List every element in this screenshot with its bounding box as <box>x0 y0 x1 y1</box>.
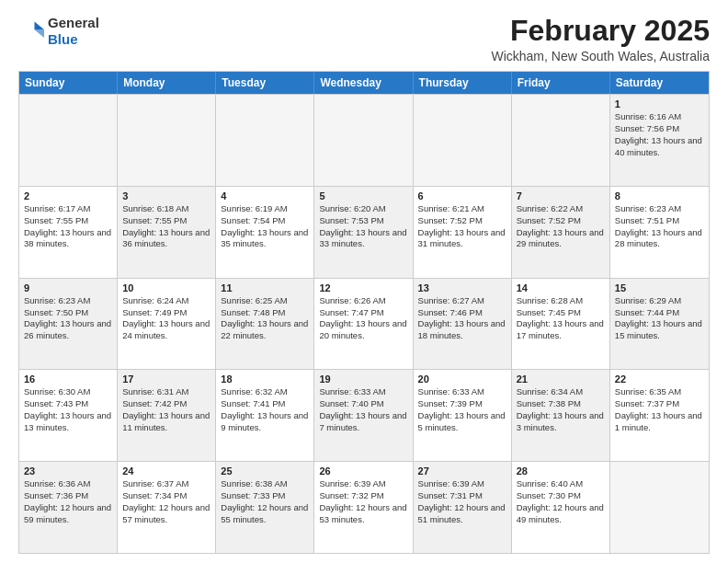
cell-info: Sunrise: 6:23 AM Sunset: 7:51 PM Dayligh… <box>615 203 704 250</box>
cell-info: Sunrise: 6:32 AM Sunset: 7:41 PM Dayligh… <box>221 386 309 433</box>
calendar-cell <box>118 95 216 186</box>
cell-info: Sunrise: 6:31 AM Sunset: 7:42 PM Dayligh… <box>122 386 210 433</box>
calendar-cell: 17Sunrise: 6:31 AM Sunset: 7:42 PM Dayli… <box>118 370 216 461</box>
calendar: SundayMondayTuesdayWednesdayThursdayFrid… <box>18 71 710 554</box>
day-number: 5 <box>319 190 407 201</box>
cell-info: Sunrise: 6:35 AM Sunset: 7:37 PM Dayligh… <box>615 386 704 433</box>
day-number: 23 <box>24 465 112 477</box>
cell-info: Sunrise: 6:37 AM Sunset: 7:34 PM Dayligh… <box>122 478 210 525</box>
logo-blue: Blue <box>48 31 99 48</box>
calendar-cell: 14Sunrise: 6:28 AM Sunset: 7:45 PM Dayli… <box>512 279 610 370</box>
calendar-row: 1Sunrise: 6:16 AM Sunset: 7:56 PM Daylig… <box>19 94 709 186</box>
cell-info: Sunrise: 6:34 AM Sunset: 7:38 PM Dayligh… <box>517 386 605 433</box>
weekday-header: Tuesday <box>216 72 314 94</box>
day-number: 9 <box>24 282 112 293</box>
calendar-row: 2Sunrise: 6:17 AM Sunset: 7:55 PM Daylig… <box>19 186 709 278</box>
calendar-cell <box>414 95 512 186</box>
location: Wickham, New South Wales, Australia <box>491 49 710 63</box>
day-number: 6 <box>418 190 506 201</box>
logo-text: General Blue <box>48 15 99 48</box>
cell-info: Sunrise: 6:38 AM Sunset: 7:33 PM Dayligh… <box>221 478 309 525</box>
calendar-cell: 5Sunrise: 6:20 AM Sunset: 7:53 PM Daylig… <box>314 187 413 278</box>
day-number: 7 <box>517 190 605 201</box>
calendar-row: 23Sunrise: 6:36 AM Sunset: 7:36 PM Dayli… <box>19 461 709 553</box>
day-number: 8 <box>615 190 704 201</box>
svg-marker-1 <box>35 29 45 38</box>
day-number: 13 <box>418 282 506 293</box>
cell-info: Sunrise: 6:25 AM Sunset: 7:48 PM Dayligh… <box>221 295 309 342</box>
day-number: 4 <box>221 190 309 201</box>
day-number: 12 <box>319 282 407 293</box>
day-number: 19 <box>319 373 407 385</box>
cell-info: Sunrise: 6:36 AM Sunset: 7:36 PM Dayligh… <box>24 478 112 525</box>
cell-info: Sunrise: 6:26 AM Sunset: 7:47 PM Dayligh… <box>319 295 407 342</box>
calendar-cell: 15Sunrise: 6:29 AM Sunset: 7:44 PM Dayli… <box>610 279 709 370</box>
calendar-cell: 7Sunrise: 6:22 AM Sunset: 7:52 PM Daylig… <box>512 187 610 278</box>
calendar-cell: 8Sunrise: 6:23 AM Sunset: 7:51 PM Daylig… <box>610 187 709 278</box>
cell-info: Sunrise: 6:20 AM Sunset: 7:53 PM Dayligh… <box>319 203 407 250</box>
page: General Blue February 2025 Wickham, New … <box>0 0 728 563</box>
day-number: 2 <box>24 190 112 201</box>
calendar-row: 9Sunrise: 6:23 AM Sunset: 7:50 PM Daylig… <box>19 278 709 370</box>
day-number: 24 <box>122 465 210 477</box>
calendar-cell: 16Sunrise: 6:30 AM Sunset: 7:43 PM Dayli… <box>19 370 118 461</box>
weekday-header: Friday <box>512 72 610 94</box>
calendar-cell: 28Sunrise: 6:40 AM Sunset: 7:30 PM Dayli… <box>512 462 610 553</box>
cell-info: Sunrise: 6:29 AM Sunset: 7:44 PM Dayligh… <box>615 295 704 342</box>
day-number: 14 <box>517 282 605 293</box>
cell-info: Sunrise: 6:22 AM Sunset: 7:52 PM Dayligh… <box>517 203 605 250</box>
cell-info: Sunrise: 6:39 AM Sunset: 7:31 PM Dayligh… <box>418 478 506 525</box>
cell-info: Sunrise: 6:24 AM Sunset: 7:49 PM Dayligh… <box>122 295 210 342</box>
cell-info: Sunrise: 6:28 AM Sunset: 7:45 PM Dayligh… <box>517 295 605 342</box>
calendar-cell <box>512 95 610 186</box>
cell-info: Sunrise: 6:19 AM Sunset: 7:54 PM Dayligh… <box>221 203 309 250</box>
day-number: 21 <box>517 373 605 385</box>
day-number: 26 <box>319 465 407 477</box>
calendar-cell: 10Sunrise: 6:24 AM Sunset: 7:49 PM Dayli… <box>118 279 216 370</box>
cell-info: Sunrise: 6:18 AM Sunset: 7:55 PM Dayligh… <box>122 203 210 250</box>
logo-general: General <box>48 15 99 31</box>
day-number: 15 <box>615 282 704 293</box>
day-number: 17 <box>122 373 210 385</box>
calendar-cell: 3Sunrise: 6:18 AM Sunset: 7:55 PM Daylig… <box>118 187 216 278</box>
calendar-cell: 27Sunrise: 6:39 AM Sunset: 7:31 PM Dayli… <box>414 462 512 553</box>
title-block: February 2025 Wickham, New South Wales, … <box>491 15 710 63</box>
day-number: 18 <box>221 373 309 385</box>
day-number: 27 <box>418 465 506 477</box>
cell-info: Sunrise: 6:23 AM Sunset: 7:50 PM Dayligh… <box>24 295 112 342</box>
day-number: 11 <box>221 282 309 293</box>
day-number: 20 <box>418 373 506 385</box>
calendar-cell: 11Sunrise: 6:25 AM Sunset: 7:48 PM Dayli… <box>216 279 314 370</box>
calendar-cell: 22Sunrise: 6:35 AM Sunset: 7:37 PM Dayli… <box>610 370 709 461</box>
weekday-header: Wednesday <box>314 72 413 94</box>
cell-info: Sunrise: 6:17 AM Sunset: 7:55 PM Dayligh… <box>24 203 112 250</box>
calendar-cell: 4Sunrise: 6:19 AM Sunset: 7:54 PM Daylig… <box>216 187 314 278</box>
cell-info: Sunrise: 6:33 AM Sunset: 7:40 PM Dayligh… <box>319 386 407 433</box>
month-title: February 2025 <box>491 15 710 47</box>
logo-icon <box>18 18 44 44</box>
calendar-cell: 23Sunrise: 6:36 AM Sunset: 7:36 PM Dayli… <box>19 462 118 553</box>
calendar-cell: 25Sunrise: 6:38 AM Sunset: 7:33 PM Dayli… <box>216 462 314 553</box>
cell-info: Sunrise: 6:33 AM Sunset: 7:39 PM Dayligh… <box>418 386 506 433</box>
day-number: 25 <box>221 465 309 477</box>
calendar-cell <box>19 95 118 186</box>
cell-info: Sunrise: 6:21 AM Sunset: 7:52 PM Dayligh… <box>418 203 506 250</box>
calendar-cell: 20Sunrise: 6:33 AM Sunset: 7:39 PM Dayli… <box>414 370 512 461</box>
calendar-cell: 1Sunrise: 6:16 AM Sunset: 7:56 PM Daylig… <box>610 95 709 186</box>
cell-info: Sunrise: 6:40 AM Sunset: 7:30 PM Dayligh… <box>517 478 605 525</box>
calendar-cell <box>314 95 413 186</box>
calendar-cell: 24Sunrise: 6:37 AM Sunset: 7:34 PM Dayli… <box>118 462 216 553</box>
day-number: 3 <box>122 190 210 201</box>
calendar-cell: 6Sunrise: 6:21 AM Sunset: 7:52 PM Daylig… <box>414 187 512 278</box>
day-number: 10 <box>122 282 210 293</box>
svg-marker-0 <box>35 22 45 30</box>
calendar-cell: 18Sunrise: 6:32 AM Sunset: 7:41 PM Dayli… <box>216 370 314 461</box>
cell-info: Sunrise: 6:30 AM Sunset: 7:43 PM Dayligh… <box>24 386 112 433</box>
calendar-cell <box>216 95 314 186</box>
weekday-header: Monday <box>118 72 216 94</box>
weekday-header: Sunday <box>19 72 118 94</box>
calendar-cell <box>610 462 709 553</box>
cell-info: Sunrise: 6:16 AM Sunset: 7:56 PM Dayligh… <box>615 111 704 158</box>
calendar-header: SundayMondayTuesdayWednesdayThursdayFrid… <box>19 72 709 94</box>
calendar-row: 16Sunrise: 6:30 AM Sunset: 7:43 PM Dayli… <box>19 369 709 461</box>
